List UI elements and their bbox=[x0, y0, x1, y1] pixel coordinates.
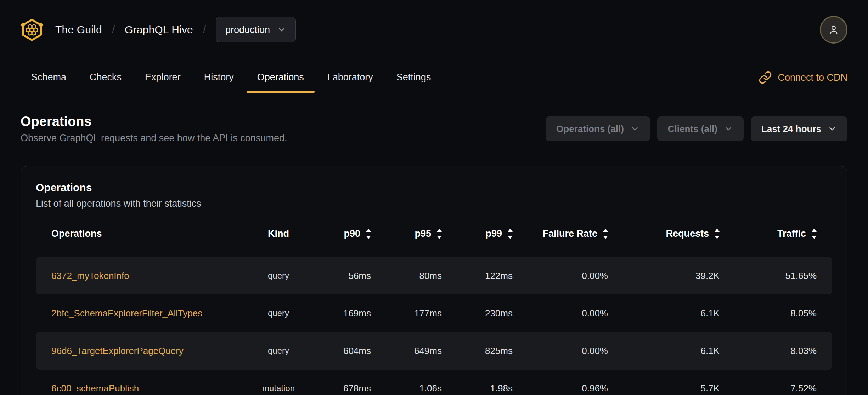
operations-table: OperationsKindp90p95p99Failure RateReque… bbox=[36, 220, 832, 395]
operation-link[interactable]: 96d6_TargetExplorerPageQuery bbox=[51, 345, 184, 356]
table-body: 6372_myTokenInfoquery56ms80ms122ms0.00%3… bbox=[36, 257, 832, 395]
column-label: p95 bbox=[415, 228, 431, 239]
tab-schema[interactable]: Schema bbox=[21, 72, 77, 93]
operation-link[interactable]: 6372_myTokenInfo bbox=[51, 270, 129, 281]
table-row[interactable]: 2bfc_SchemaExplorerFilter_AllTypesquery1… bbox=[36, 294, 832, 332]
table-header-row: OperationsKindp90p95p99Failure RateReque… bbox=[36, 220, 832, 247]
sort-arrows-icon bbox=[715, 229, 720, 239]
requests-value: 6.1K bbox=[701, 308, 720, 319]
cell-p99: 230ms bbox=[464, 294, 535, 332]
traffic-value: 8.03% bbox=[790, 345, 817, 356]
tab-operations[interactable]: Operations bbox=[247, 72, 315, 93]
filter-last-24-hours[interactable]: Last 24 hours bbox=[751, 116, 847, 141]
p99-value: 825ms bbox=[485, 345, 513, 356]
tab-laboratory[interactable]: Laboratory bbox=[317, 72, 384, 93]
failure_rate-value: 0.00% bbox=[582, 308, 608, 319]
p95-value: 80ms bbox=[419, 270, 442, 281]
filter-label: Clients (all) bbox=[668, 124, 717, 134]
table-row[interactable]: 96d6_TargetExplorerPageQueryquery604ms64… bbox=[36, 332, 832, 370]
project-name[interactable]: GraphQL Hive bbox=[125, 24, 193, 36]
column-header-p90[interactable]: p90 bbox=[323, 220, 394, 247]
kind-value: query bbox=[268, 271, 289, 281]
filter-label: Operations (all) bbox=[556, 124, 624, 134]
failure_rate-value: 0.96% bbox=[582, 383, 608, 394]
sort-desc-icon bbox=[437, 236, 442, 239]
target-selector[interactable]: production bbox=[216, 17, 296, 42]
column-label: p90 bbox=[344, 228, 360, 239]
sort-arrows-icon bbox=[603, 229, 608, 239]
cell-traffic: 51.65% bbox=[751, 257, 833, 294]
page-title: Operations bbox=[21, 114, 287, 129]
p99-value: 1.98s bbox=[490, 383, 513, 394]
cell-kind: mutation bbox=[234, 370, 323, 395]
tab-history[interactable]: History bbox=[193, 72, 244, 93]
table-row[interactable]: 6c00_schemaPublishmutation678ms1.06s1.98… bbox=[36, 370, 832, 395]
filter-clients-all[interactable]: Clients (all) bbox=[657, 116, 744, 141]
column-header-requests[interactable]: Requests bbox=[642, 220, 751, 247]
p99-value: 230ms bbox=[485, 308, 513, 319]
filter-operations-all[interactable]: Operations (all) bbox=[546, 116, 650, 141]
tab-explorer[interactable]: Explorer bbox=[134, 72, 191, 93]
sort-desc-icon bbox=[812, 236, 817, 239]
breadcrumb-separator: / bbox=[203, 24, 206, 36]
sort-desc-icon bbox=[508, 236, 513, 239]
sort-arrows-icon bbox=[508, 229, 513, 239]
column-label: p99 bbox=[485, 228, 502, 239]
filter-label: Last 24 hours bbox=[761, 124, 821, 134]
operations-card: Operations List of all operations with t… bbox=[21, 166, 847, 395]
operation-link[interactable]: 2bfc_SchemaExplorerFilter_AllTypes bbox=[51, 308, 202, 319]
operation-link[interactable]: 6c00_schemaPublish bbox=[51, 383, 139, 394]
traffic-value: 51.65% bbox=[785, 270, 817, 281]
user-menu-button[interactable] bbox=[820, 16, 847, 44]
column-header-kind: Kind bbox=[234, 220, 323, 247]
tab-settings[interactable]: Settings bbox=[386, 72, 442, 93]
sort-desc-icon bbox=[603, 236, 608, 239]
cell-traffic: 8.05% bbox=[751, 294, 833, 332]
p95-value: 1.06s bbox=[419, 383, 442, 394]
cell-failure_rate: 0.00% bbox=[535, 257, 642, 294]
cell-kind: query bbox=[234, 257, 323, 294]
column-header-failure_rate[interactable]: Failure Rate bbox=[535, 220, 642, 247]
org-name[interactable]: The Guild bbox=[55, 24, 102, 36]
cell-p99: 825ms bbox=[464, 332, 535, 370]
cell-name: 2bfc_SchemaExplorerFilter_AllTypes bbox=[36, 294, 234, 332]
cell-requests: 39.2K bbox=[642, 257, 751, 294]
traffic-value: 7.52% bbox=[790, 383, 817, 394]
requests-value: 6.1K bbox=[701, 345, 720, 356]
sort-asc-icon bbox=[366, 229, 371, 232]
cell-p95: 80ms bbox=[394, 257, 464, 294]
p90-value: 56ms bbox=[348, 270, 371, 281]
top-bar: The Guild / GraphQL Hive / production Sc… bbox=[0, 0, 868, 93]
table-row[interactable]: 6372_myTokenInfoquery56ms80ms122ms0.00%3… bbox=[36, 257, 832, 294]
cell-p95: 1.06s bbox=[394, 370, 464, 395]
connect-to-cdn-button[interactable]: Connect to CDN bbox=[759, 71, 847, 93]
cell-p90: 56ms bbox=[323, 257, 394, 294]
tab-checks[interactable]: Checks bbox=[79, 72, 132, 93]
column-label: Requests bbox=[666, 228, 709, 239]
column-header-p99[interactable]: p99 bbox=[464, 220, 535, 247]
kind-value: mutation bbox=[262, 383, 295, 393]
cell-p90: 678ms bbox=[323, 370, 394, 395]
cell-traffic: 7.52% bbox=[751, 370, 833, 395]
cell-kind: query bbox=[234, 294, 323, 332]
failure_rate-value: 0.00% bbox=[582, 270, 608, 281]
column-header-p95[interactable]: p95 bbox=[394, 220, 464, 247]
nav-tabs: SchemaChecksExplorerHistoryOperationsLab… bbox=[21, 44, 441, 93]
operations-page: Operations Observe GraphQL requests and … bbox=[0, 114, 868, 395]
column-header-traffic[interactable]: Traffic bbox=[751, 220, 833, 247]
p95-value: 649ms bbox=[414, 345, 442, 356]
page-header: Operations Observe GraphQL requests and … bbox=[21, 114, 287, 144]
chevron-down-icon bbox=[630, 124, 639, 133]
cell-failure_rate: 0.00% bbox=[535, 332, 642, 370]
cell-traffic: 8.03% bbox=[751, 332, 833, 370]
cell-p90: 169ms bbox=[323, 294, 394, 332]
user-icon bbox=[827, 23, 840, 36]
cell-p95: 177ms bbox=[394, 294, 464, 332]
sort-desc-icon bbox=[366, 236, 371, 239]
requests-value: 39.2K bbox=[695, 270, 720, 281]
sort-arrows-icon bbox=[366, 229, 371, 239]
chevron-down-icon bbox=[277, 25, 286, 34]
sort-arrows-icon bbox=[812, 229, 817, 239]
column-label: Operations bbox=[51, 228, 102, 239]
cell-name: 6c00_schemaPublish bbox=[36, 370, 234, 395]
